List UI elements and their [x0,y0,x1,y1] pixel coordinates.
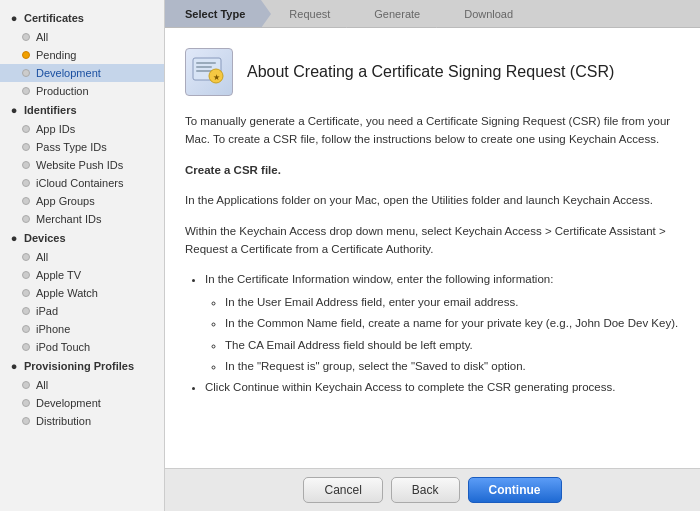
svg-rect-1 [196,62,216,64]
sidebar-item-label: Pass Type IDs [36,141,107,153]
sidebar-section-identifiers: ● Identifiers [0,100,164,120]
sidebar-item-pass-type-ids[interactable]: Pass Type IDs [0,138,164,156]
continue-button[interactable]: Continue [468,477,562,503]
sidebar-item-label: All [36,31,48,43]
sidebar-item-pending[interactable]: Pending [0,46,164,64]
sub-bullet-2: In the Common Name field, create a name … [225,314,680,332]
sub-bullet-text-3: The CA Email Address field should be lef… [225,339,473,351]
sidebar-item-production[interactable]: Production [0,82,164,100]
sidebar-bullet [22,87,30,95]
bullet-list: In the Certificate Information window, e… [185,270,680,396]
sidebar-bullet [22,69,30,77]
para2: In the Applications folder on your Mac, … [185,191,680,209]
sidebar-bullet-pending [22,51,30,59]
sidebar-bullet [22,271,30,279]
step-label: Generate [374,8,420,20]
sidebar-bullet [22,179,30,187]
sidebar-item-distribution[interactable]: Distribution [0,412,164,430]
bullet-item-1: In the Certificate Information window, e… [205,270,680,375]
sidebar-item-label: iPod Touch [36,341,90,353]
sidebar-item-all-certs[interactable]: All [0,28,164,46]
sidebar-section-devices: ● Devices [0,228,164,248]
certificate-svg: ★ [191,54,227,90]
provisioning-icon: ● [8,360,20,372]
sidebar-bullet [22,343,30,351]
sidebar-item-ipod-touch[interactable]: iPod Touch [0,338,164,356]
sub-bullet-text-4: In the "Request is" group, select the "S… [225,360,526,372]
sidebar-item-label: App Groups [36,195,95,207]
sidebar-bullet [22,33,30,41]
sidebar-item-merchant-ids[interactable]: Merchant IDs [0,210,164,228]
bullet2-text: Click Continue within Keychain Access to… [205,381,615,393]
step-label: Download [464,8,513,20]
page-title: About Creating a Certificate Signing Req… [247,63,614,81]
cert-icon-inner: ★ [185,48,233,96]
sidebar-item-apple-tv[interactable]: Apple TV [0,266,164,284]
content-area: ★ About Creating a Certificate Signing R… [165,28,700,468]
cancel-button[interactable]: Cancel [303,477,382,503]
sidebar-bullet [22,125,30,133]
sidebar-bullet [22,325,30,333]
sidebar-item-label: Pending [36,49,76,61]
steps-bar: Select Type Request Generate Download [165,0,700,28]
sidebar-item-ipad[interactable]: iPad [0,302,164,320]
sidebar-item-all-devices[interactable]: All [0,248,164,266]
step-download: Download [436,0,529,27]
sidebar-item-label: Development [36,397,101,409]
step-label: Request [289,8,330,20]
sub-bullet-text-2: In the Common Name field, create a name … [225,317,678,329]
sidebar-item-website-push-ids[interactable]: Website Push IDs [0,156,164,174]
sidebar-bullet [22,289,30,297]
sidebar-item-label: Distribution [36,415,91,427]
footer: Cancel Back Continue [165,468,700,511]
step-label: Select Type [185,8,245,20]
sidebar-item-app-groups[interactable]: App Groups [0,192,164,210]
sidebar-section-identifiers-label: Identifiers [24,104,77,116]
bullet1-text: In the Certificate Information window, e… [205,273,553,285]
create-csr-section: Create a CSR file. [185,161,680,179]
sidebar-item-all-profiles[interactable]: All [0,376,164,394]
sidebar-section-provisioning: ● Provisioning Profiles [0,356,164,376]
sidebar-bullet [22,215,30,223]
step-generate: Generate [346,0,436,27]
step-request: Request [261,0,346,27]
sidebar-item-dev-profiles[interactable]: Development [0,394,164,412]
sidebar-section-provisioning-label: Provisioning Profiles [24,360,134,372]
sub-bullet-1: In the User Email Address field, enter y… [225,293,680,311]
sidebar-bullet [22,417,30,425]
certificates-icon: ● [8,12,20,24]
main-content: Select Type Request Generate Download [165,0,700,511]
para1-text: To manually generate a Certificate, you … [185,115,670,145]
step-arrow [261,0,271,28]
sidebar-item-label: Apple TV [36,269,81,281]
sidebar-item-app-ids[interactable]: App IDs [0,120,164,138]
sidebar-item-development[interactable]: Development [0,64,164,82]
sub-bullet-text-1: In the User Email Address field, enter y… [225,296,518,308]
step-select-type: Select Type [165,0,261,27]
sidebar-item-apple-watch[interactable]: Apple Watch [0,284,164,302]
sidebar-item-iphone[interactable]: iPhone [0,320,164,338]
sidebar-item-label: Merchant IDs [36,213,101,225]
sidebar: ● Certificates All Pending Development P… [0,0,165,511]
sidebar-bullet [22,253,30,261]
sidebar-bullet [22,381,30,389]
sidebar-item-label: Development [36,67,101,79]
sidebar-item-label: iPad [36,305,58,317]
sidebar-item-label: Website Push IDs [36,159,123,171]
sub-bullet-3: The CA Email Address field should be lef… [225,336,680,354]
sidebar-item-label: All [36,251,48,263]
sidebar-bullet [22,161,30,169]
back-button[interactable]: Back [391,477,460,503]
sidebar-section-certificates-label: Certificates [24,12,84,24]
sidebar-item-icloud-containers[interactable]: iCloud Containers [0,174,164,192]
sidebar-bullet [22,143,30,151]
svg-text:★: ★ [213,73,220,82]
para3: Within the Keychain Access drop down men… [185,222,680,259]
sidebar-item-label: Apple Watch [36,287,98,299]
cert-icon: ★ [185,48,233,96]
step-arrow [436,0,446,28]
cert-header: ★ About Creating a Certificate Signing R… [185,48,680,96]
sidebar-item-label: App IDs [36,123,75,135]
intro-paragraph: To manually generate a Certificate, you … [185,112,680,149]
sidebar-section-certificates: ● Certificates [0,8,164,28]
